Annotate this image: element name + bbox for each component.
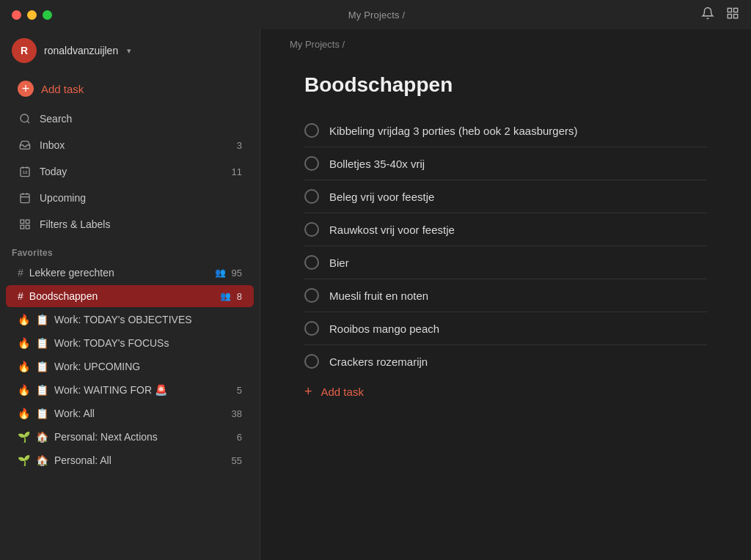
upcoming-icon	[18, 191, 32, 205]
sidebar-item-personal-all[interactable]: 🌱 🏠 Personal: All 55	[6, 449, 254, 471]
clipboard-icon-3: 📋	[36, 361, 48, 372]
svg-rect-14	[26, 220, 29, 224]
svg-rect-0	[728, 8, 731, 12]
task-item-5[interactable]: Bier	[304, 246, 707, 279]
close-button[interactable]	[12, 10, 21, 20]
task-item-8[interactable]: Crackers rozemarijn	[304, 345, 707, 377]
svg-rect-15	[26, 225, 29, 229]
svg-text:12: 12	[23, 170, 28, 174]
task-checkbox-7[interactable]	[304, 321, 319, 336]
hash-icon-boodschappen: #	[18, 290, 23, 302]
add-task-inline-plus-icon: +	[304, 385, 312, 398]
sidebar-item-personal-next[interactable]: 🌱 🏠 Personal: Next Actions 6	[6, 426, 254, 448]
titlebar-icons	[701, 7, 739, 23]
fav-count-work-all: 38	[232, 408, 242, 419]
task-item-6[interactable]: Muesli fruit en noten	[304, 279, 707, 312]
add-task-label: Add task	[41, 83, 84, 95]
people-icon: 👥	[215, 268, 226, 278]
chevron-down-icon: ▾	[127, 46, 131, 56]
maximize-button[interactable]	[43, 10, 52, 20]
task-item-7[interactable]: Rooibos mango peach	[304, 312, 707, 345]
task-list: Kibbeling vrijdag 3 porties (heb ook 2 k…	[304, 114, 707, 377]
clipboard-icon-5: 📋	[36, 408, 48, 419]
sidebar-item-inbox[interactable]: Inbox 3	[6, 133, 254, 158]
sidebar-item-work-today-obj[interactable]: 🔥 📋 Work: TODAY's OBJECTIVES	[6, 309, 254, 331]
task-checkbox-4[interactable]	[304, 222, 319, 237]
layout-icon[interactable]	[726, 7, 739, 23]
task-checkbox-8[interactable]	[304, 354, 319, 369]
fav-label-boodschappen: Boodschappen	[29, 290, 214, 302]
people-icon-boodschappen: 👥	[220, 291, 231, 301]
search-icon	[18, 111, 32, 126]
fav-label-lekkere: Lekkere gerechten	[29, 267, 209, 279]
task-item-2[interactable]: Bolletjes 35-40x vrij	[304, 147, 707, 180]
flame-icon-2: 🔥	[18, 337, 30, 349]
hash-icon: #	[18, 267, 23, 279]
sidebar-item-work-all[interactable]: 🔥 📋 Work: All 38	[6, 402, 254, 424]
sidebar-item-filters[interactable]: Filters & Labels	[6, 212, 254, 237]
content-body: Boodschappen Kibbeling vrijdag 3 porties…	[260, 59, 751, 560]
inbox-icon	[18, 138, 32, 152]
sidebar-item-upcoming[interactable]: Upcoming	[6, 185, 254, 210]
task-item-3[interactable]: Beleg vrij voor feestje	[304, 180, 707, 213]
add-task-inline-button[interactable]: + Add task	[304, 377, 707, 405]
fav-count-work-waiting: 5	[237, 385, 242, 396]
sidebar-item-inbox-count: 3	[237, 140, 242, 151]
fav-label-work-all: Work: All	[54, 408, 226, 419]
sidebar: R ronaldvanzuijlen ▾ + Add task Search	[0, 29, 260, 560]
seedling-icon-2: 🌱	[18, 454, 30, 466]
svg-rect-3	[728, 15, 731, 18]
fav-count-personal-next: 6	[237, 432, 242, 443]
user-header[interactable]: R ronaldvanzuijlen ▾	[0, 29, 260, 72]
fav-label-personal-next: Personal: Next Actions	[54, 431, 231, 443]
fav-label-work-today-obj: Work: TODAY's OBJECTIVES	[54, 314, 242, 325]
titlebar: My Projects /	[0, 0, 751, 29]
task-checkbox-3[interactable]	[304, 189, 319, 204]
task-item-1[interactable]: Kibbeling vrijdag 3 porties (heb ook 2 k…	[304, 114, 707, 147]
flame-icon-1: 🔥	[18, 314, 30, 325]
add-task-inline-label: Add task	[321, 386, 364, 398]
breadcrumb-titlebar: My Projects /	[348, 10, 406, 21]
task-item-4[interactable]: Rauwkost vrij voor feestje	[304, 213, 707, 246]
sidebar-item-boodschappen[interactable]: # Boodschappen 👥 8	[6, 285, 254, 307]
task-checkbox-1[interactable]	[304, 123, 319, 138]
clipboard-icon-1: 📋	[36, 314, 48, 325]
fav-count-lekkere: 95	[232, 268, 242, 279]
fav-count-personal-all: 55	[232, 455, 242, 466]
today-icon: 12	[18, 164, 32, 179]
add-task-button[interactable]: + Add task	[6, 75, 254, 103]
minimize-button[interactable]	[27, 10, 37, 20]
sidebar-item-filters-label: Filters & Labels	[40, 218, 242, 230]
sidebar-item-work-waiting[interactable]: 🔥 📋 Work: WAITING FOR 🚨 5	[6, 379, 254, 401]
sidebar-item-search[interactable]: Search	[6, 106, 254, 131]
fav-label-work-waiting: Work: WAITING FOR 🚨	[54, 384, 231, 396]
sidebar-item-today[interactable]: 12 Today 11	[6, 159, 254, 184]
task-checkbox-5[interactable]	[304, 255, 319, 270]
add-task-plus-icon: +	[18, 81, 34, 97]
task-text-5: Bier	[329, 257, 349, 269]
sidebar-item-today-count: 11	[232, 166, 242, 177]
house-icon-1: 🏠	[36, 431, 48, 443]
task-text-3: Beleg vrij voor feestje	[329, 191, 434, 203]
filters-icon	[18, 217, 32, 232]
main-content: My Projects / Boodschappen Kibbeling vri…	[260, 29, 751, 560]
flame-icon-3: 🔥	[18, 361, 30, 372]
username: ronaldvanzuijlen	[44, 45, 118, 56]
clipboard-icon-4: 📋	[36, 384, 48, 396]
fav-label-personal-all: Personal: All	[54, 454, 226, 466]
svg-rect-1	[733, 8, 737, 12]
project-title: Boodschappen	[304, 73, 707, 97]
bell-icon[interactable]	[701, 7, 714, 23]
task-text-7: Rooibos mango peach	[329, 323, 439, 335]
sidebar-item-lekkere-gerechten[interactable]: # Lekkere gerechten 👥 95	[6, 262, 254, 284]
task-checkbox-2[interactable]	[304, 156, 319, 171]
sidebar-item-work-upcoming[interactable]: 🔥 📋 Work: UPCOMING	[6, 355, 254, 377]
fav-label-work-today-foc: Work: TODAY's FOCUSs	[54, 337, 242, 349]
sidebar-item-work-today-foc[interactable]: 🔥 📋 Work: TODAY's FOCUSs	[6, 332, 254, 354]
fav-label-work-upcoming: Work: UPCOMING	[54, 361, 242, 372]
breadcrumb: My Projects /	[260, 29, 751, 59]
svg-point-4	[21, 114, 29, 122]
main-layout: R ronaldvanzuijlen ▾ + Add task Search	[0, 29, 751, 560]
task-checkbox-6[interactable]	[304, 288, 319, 303]
flame-icon-4: 🔥	[18, 384, 30, 396]
